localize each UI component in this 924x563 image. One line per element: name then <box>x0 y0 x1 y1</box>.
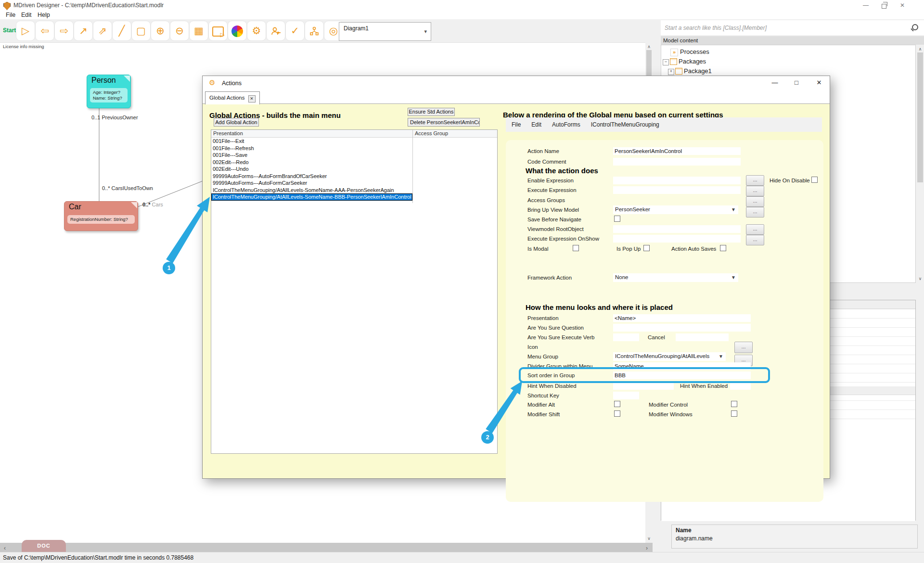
diagram-selector-value: Diagram1 <box>344 25 369 32</box>
processes-icon: » <box>670 49 678 56</box>
tree-vertical-scrollbar[interactable]: ∧ ∨ <box>916 45 924 283</box>
class-person[interactable]: Person Age: Integer? Name: String? <box>87 75 131 108</box>
tab-global-actions[interactable]: Global Actions✕ <box>205 91 260 104</box>
select-area-button[interactable]: ▢ <box>131 21 151 41</box>
status-bar: Save of C:\temp\MDrivenEducation\Start.m… <box>0 552 924 563</box>
scroll-left-icon[interactable]: ‹ <box>4 545 6 551</box>
list-item-selected[interactable]: IControlTheMenuGrouping/AtAllLevels-Some… <box>211 193 412 201</box>
list-item[interactable]: 002Edit---Redo <box>211 159 497 166</box>
diagram-selector[interactable]: Diagram1 ▾ <box>339 22 431 41</box>
gears-icon: ⚙ <box>252 25 261 36</box>
delete-action-button[interactable]: Delete PersonSeekerIAmInCo <box>408 118 480 127</box>
dialog-tab-strip: Global Actions✕ <box>203 90 830 104</box>
window-grid-icon: ▦ <box>194 25 204 36</box>
window-restore-button[interactable] <box>876 0 892 11</box>
scroll-up-icon[interactable]: ∧ <box>645 44 653 49</box>
scroll-down-icon[interactable]: ∨ <box>916 276 924 281</box>
check-icon: ✓ <box>291 25 299 36</box>
tab-label: Global Actions <box>209 95 245 101</box>
search-icon[interactable] <box>912 24 918 30</box>
tree-structure-icon <box>309 26 320 37</box>
menu-edit[interactable]: Edit <box>21 12 32 18</box>
dialog-close-button[interactable]: ✕ <box>813 79 825 86</box>
list-item[interactable]: 001File---Refresh <box>211 145 497 152</box>
styles-button[interactable] <box>228 21 247 41</box>
property-help-panel: Name diagram.name <box>671 525 918 549</box>
expand-expander-icon[interactable]: + <box>668 69 674 75</box>
list-item[interactable]: 002Edit---Undo <box>211 166 497 173</box>
zoom-in-button[interactable]: ⊕ <box>151 21 170 41</box>
model-structure-button[interactable] <box>305 21 324 41</box>
back-arrow-icon: ⇦ <box>40 25 49 36</box>
menu-help[interactable]: Help <box>38 12 50 18</box>
license-note: License info missing <box>3 44 44 49</box>
ensure-std-actions-button[interactable]: Ensure Std Actions <box>408 108 455 116</box>
callout-step-1: 1 <box>163 262 175 274</box>
callout-step-2: 2 <box>481 431 494 444</box>
dialog-title-bar[interactable]: ⚙ Actions — □ ✕ <box>203 76 830 90</box>
window-title: MDriven Designer - C:\temp\MDrivenEducat… <box>13 2 164 9</box>
draw-association-button[interactable]: ↗ <box>74 21 93 41</box>
scroll-down-icon[interactable]: ∨ <box>645 536 653 541</box>
directed-arrow-icon: ⇗ <box>98 25 107 36</box>
add-global-action-button[interactable]: Add Global Action <box>214 118 259 127</box>
association-label-carsiusedtoown: 0..* CarsIUsedToOwn <box>102 185 153 191</box>
tree-item-label: Package1 <box>684 67 712 75</box>
list-item[interactable]: 001File---Save <box>211 152 497 159</box>
attribute: RegistrationNumber: String? <box>70 217 132 222</box>
nav-forward-button[interactable]: ⇨ <box>54 21 74 41</box>
search-input[interactable] <box>664 23 906 33</box>
prototype-run-button[interactable]: ▷ <box>208 21 228 41</box>
run-play-button[interactable]: ▷ <box>16 21 35 41</box>
tree-item-label: Packages <box>679 58 706 65</box>
property-name-value: diagram.name <box>676 535 713 542</box>
scrollbar-thumb[interactable] <box>917 52 923 182</box>
column-access-group[interactable]: Access Group <box>415 130 448 136</box>
list-item[interactable]: IControlTheMenuGrouping/AtAllLevels-Some… <box>211 187 497 194</box>
dialog-minimize-button[interactable]: — <box>769 79 781 86</box>
draw-directed-association-button[interactable]: ⇗ <box>93 21 112 41</box>
package-icon <box>670 58 677 65</box>
viewmodel-editor-button[interactable]: ▦ <box>189 21 208 41</box>
class-car[interactable]: Car RegistrationNumber: String? <box>64 201 138 231</box>
column-presentation[interactable]: Presentation <box>213 130 243 136</box>
collapse-expander-icon[interactable]: − <box>663 59 669 65</box>
preview-menu-edit[interactable]: Edit <box>531 121 541 128</box>
window-close-button[interactable]: ✕ <box>894 0 911 11</box>
tab-close-icon[interactable]: ✕ <box>248 95 256 102</box>
zoom-out-button[interactable]: ⊖ <box>170 21 189 41</box>
model-search <box>661 20 924 35</box>
list-header: Presentation Access Group <box>211 130 497 138</box>
color-wheel-icon <box>231 26 243 37</box>
window-run-icon: ▷ <box>212 26 224 37</box>
actions-dialog: ⚙ Actions — □ ✕ Global Actions✕ Global A… <box>202 76 830 479</box>
list-item[interactable]: 001File---Exit <box>211 138 497 145</box>
list-item[interactable]: 99999AutoForms---AutoFormCarSeeker <box>211 179 497 187</box>
chevron-down-icon: ▾ <box>424 28 427 35</box>
zoom-out-icon: ⊖ <box>175 25 184 36</box>
list-item[interactable]: 99999AutoForms---AutoFormBrandOfCarSeeke… <box>211 173 497 180</box>
forward-arrow-icon: ⇨ <box>60 25 68 36</box>
select-area-icon: ▢ <box>136 25 146 36</box>
scroll-up-icon[interactable]: ∧ <box>916 47 924 51</box>
validate-button[interactable]: ✓ <box>285 21 305 41</box>
preview-menu-icontrolthemenugrouping[interactable]: IControlTheMenuGrouping <box>591 121 659 128</box>
nav-back-button[interactable]: ⇦ <box>35 21 54 41</box>
window-minimize-button[interactable]: — <box>858 0 874 11</box>
class-person-name: Person <box>91 76 116 85</box>
dialog-maximize-button[interactable]: □ <box>790 79 803 86</box>
preview-menu-autoforms[interactable]: AutoForms <box>552 121 580 128</box>
canvas-horizontal-scrollbar[interactable]: ‹ › <box>0 543 653 552</box>
play-icon: ▷ <box>22 25 29 36</box>
model-content-header: Model content <box>661 36 924 45</box>
settings-button[interactable]: ⚙ <box>247 21 266 41</box>
access-groups-button[interactable] <box>266 21 285 41</box>
corner-fold-icon <box>124 76 130 82</box>
draw-dependency-button[interactable]: ╱ <box>112 21 131 41</box>
menu-file[interactable]: File <box>6 12 15 18</box>
scroll-right-icon[interactable]: › <box>646 545 648 551</box>
sort-order-highlight-box <box>519 367 770 383</box>
preview-menu-file[interactable]: File <box>512 121 521 128</box>
doc-tab[interactable]: DOC <box>22 540 66 552</box>
attribute: Age: Integer? <box>93 90 125 95</box>
